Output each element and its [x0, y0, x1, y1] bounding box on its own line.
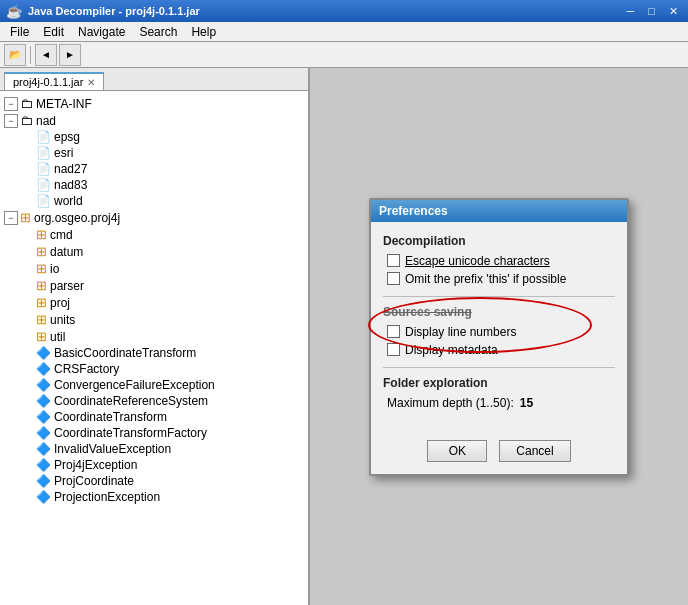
- line-numbers-checkbox[interactable]: [387, 325, 400, 338]
- tree-item-nad[interactable]: − 🗀 nad: [0, 112, 308, 129]
- omit-this-row: Omit the prefix 'this' if possible: [383, 272, 615, 286]
- omit-this-checkbox[interactable]: [387, 272, 400, 285]
- tree-item-CoordinateReferenceSystem[interactable]: 🔷 CoordinateReferenceSystem: [0, 393, 308, 409]
- tree-item-CoordinateTransform[interactable]: 🔷 CoordinateTransform: [0, 409, 308, 425]
- tree-label: nad: [36, 114, 56, 128]
- expand-icon[interactable]: −: [4, 114, 18, 128]
- tree-item-CRSFactory[interactable]: 🔷 CRSFactory: [0, 361, 308, 377]
- tree-item-parser[interactable]: ⊞ parser: [0, 277, 308, 294]
- package-icon: ⊞: [36, 295, 47, 310]
- toolbar-separator: [30, 46, 31, 64]
- depth-label: Maximum depth (1..50):: [387, 396, 514, 410]
- tree-label: ProjCoordinate: [54, 474, 134, 488]
- tree-label: CoordinateReferenceSystem: [54, 394, 208, 408]
- tab-bar: proj4j-0.1.1.jar ✕: [0, 68, 308, 91]
- package-icon: ⊞: [36, 329, 47, 344]
- tree-item-datum[interactable]: ⊞ datum: [0, 243, 308, 260]
- left-panel: proj4j-0.1.1.jar ✕ − 🗀 META-INF − 🗀 nad: [0, 68, 310, 605]
- sources-title: Sources saving: [383, 305, 615, 319]
- tree-label: CoordinateTransform: [54, 410, 167, 424]
- class-icon: 🔷: [36, 362, 51, 376]
- forward-button[interactable]: ►: [59, 44, 81, 66]
- tree-item-ProjCoordinate[interactable]: 🔷 ProjCoordinate: [0, 473, 308, 489]
- preferences-dialog: Preferences Decompilation Escape unicode…: [369, 198, 629, 476]
- package-icon: ⊞: [36, 261, 47, 276]
- cancel-button[interactable]: Cancel: [499, 440, 570, 462]
- class-icon: 🔷: [36, 490, 51, 504]
- menu-file[interactable]: File: [4, 24, 35, 40]
- tree-label: nad27: [54, 162, 87, 176]
- file-icon: 📄: [36, 162, 51, 176]
- tree-item-units[interactable]: ⊞ units: [0, 311, 308, 328]
- tree-item-meta-inf[interactable]: − 🗀 META-INF: [0, 95, 308, 112]
- tree-label: cmd: [50, 228, 73, 242]
- title-text: Java Decompiler - proj4j-0.1.1.jar: [28, 5, 617, 17]
- tab-proj4j[interactable]: proj4j-0.1.1.jar ✕: [4, 72, 104, 90]
- toolbar: 📂 ◄ ►: [0, 42, 688, 68]
- tree-item-nad83[interactable]: 📄 nad83: [0, 177, 308, 193]
- menu-edit[interactable]: Edit: [37, 24, 70, 40]
- tree-item-world[interactable]: 📄 world: [0, 193, 308, 209]
- tree-item-cmd[interactable]: ⊞ cmd: [0, 226, 308, 243]
- tree-item-BasicCoordinateTransform[interactable]: 🔷 BasicCoordinateTransform: [0, 345, 308, 361]
- open-file-button[interactable]: 📂: [4, 44, 26, 66]
- tree-item-io[interactable]: ⊞ io: [0, 260, 308, 277]
- close-btn[interactable]: ✕: [665, 5, 682, 18]
- class-icon: 🔷: [36, 346, 51, 360]
- tree-item-esri[interactable]: 📄 esri: [0, 145, 308, 161]
- file-icon: 📄: [36, 194, 51, 208]
- tree-label: CoordinateTransformFactory: [54, 426, 207, 440]
- folder-title: Folder exploration: [383, 376, 615, 390]
- ok-button[interactable]: OK: [427, 440, 487, 462]
- tree-item-util[interactable]: ⊞ util: [0, 328, 308, 345]
- tree-item-InvalidValueException[interactable]: 🔷 InvalidValueException: [0, 441, 308, 457]
- back-button[interactable]: ◄: [35, 44, 57, 66]
- tree-label: io: [50, 262, 59, 276]
- line-numbers-row: Display line numbers: [383, 325, 615, 339]
- class-icon: 🔷: [36, 426, 51, 440]
- tree-item-Proj4jException[interactable]: 🔷 Proj4jException: [0, 457, 308, 473]
- main-area: proj4j-0.1.1.jar ✕ − 🗀 META-INF − 🗀 nad: [0, 68, 688, 605]
- dialog-title: Preferences: [371, 200, 627, 222]
- menu-search[interactable]: Search: [133, 24, 183, 40]
- tab-label: proj4j-0.1.1.jar: [13, 76, 83, 88]
- tree-label: CRSFactory: [54, 362, 119, 376]
- class-icon: 🔷: [36, 410, 51, 424]
- tree-item-CoordinateTransformFactory[interactable]: 🔷 CoordinateTransformFactory: [0, 425, 308, 441]
- metadata-label: Display metadata: [405, 343, 498, 357]
- tree-item-proj[interactable]: ⊞ proj: [0, 294, 308, 311]
- decompilation-title: Decompilation: [383, 234, 615, 248]
- tree-item-org-osgeo-proj4j[interactable]: − ⊞ org.osgeo.proj4j: [0, 209, 308, 226]
- tree-item-nad27[interactable]: 📄 nad27: [0, 161, 308, 177]
- file-icon: 📄: [36, 130, 51, 144]
- file-tree[interactable]: − 🗀 META-INF − 🗀 nad 📄 epsg 📄: [0, 91, 308, 605]
- tree-item-ConvergenceFailureException[interactable]: 🔷 ConvergenceFailureException: [0, 377, 308, 393]
- sources-section: Sources saving Display line numbers Disp…: [383, 305, 615, 357]
- folder-icon: 🗀: [20, 96, 33, 111]
- minimize-btn[interactable]: ─: [623, 5, 639, 17]
- metadata-checkbox[interactable]: [387, 343, 400, 356]
- package-icon: ⊞: [36, 312, 47, 327]
- separator2: [383, 367, 615, 368]
- package-icon: ⊞: [20, 210, 31, 225]
- menu-help[interactable]: Help: [185, 24, 222, 40]
- tree-label: BasicCoordinateTransform: [54, 346, 196, 360]
- tree-label: InvalidValueException: [54, 442, 171, 456]
- maximize-btn[interactable]: □: [644, 5, 659, 17]
- tree-label: Proj4jException: [54, 458, 137, 472]
- dialog-body: Decompilation Escape unicode characters …: [371, 222, 627, 432]
- tab-close-button[interactable]: ✕: [87, 77, 95, 88]
- escape-unicode-label: Escape unicode characters: [405, 254, 550, 268]
- title-bar: ☕ Java Decompiler - proj4j-0.1.1.jar ─ □…: [0, 0, 688, 22]
- expand-icon[interactable]: −: [4, 211, 18, 225]
- line-numbers-label: Display line numbers: [405, 325, 516, 339]
- menu-navigate[interactable]: Navigate: [72, 24, 131, 40]
- menu-bar: File Edit Navigate Search Help: [0, 22, 688, 42]
- escape-unicode-checkbox[interactable]: [387, 254, 400, 267]
- expand-icon[interactable]: −: [4, 97, 18, 111]
- class-icon: 🔷: [36, 442, 51, 456]
- tree-item-ProjectionException[interactable]: 🔷 ProjectionException: [0, 489, 308, 505]
- tree-label: datum: [50, 245, 83, 259]
- folder-icon: 🗀: [20, 113, 33, 128]
- tree-item-epsg[interactable]: 📄 epsg: [0, 129, 308, 145]
